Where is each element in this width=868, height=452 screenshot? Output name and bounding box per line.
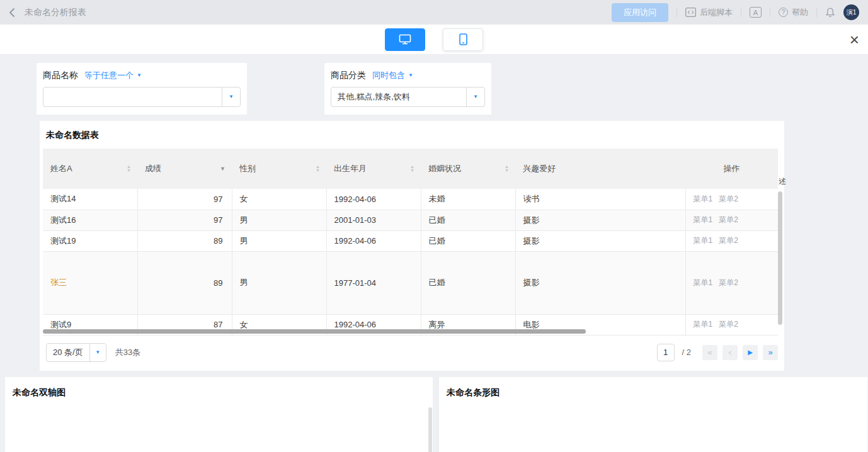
column-header-0[interactable]: 姓名A▲▼ [43,149,137,189]
cell-name: 测试16 [50,215,76,225]
sort-icon[interactable]: ▲▼ [505,165,509,172]
column-header-5: 兴趣爱好 [515,149,685,189]
row-action[interactable]: 菜单2 [719,215,738,224]
cell-hobby: 摄影 [523,236,540,246]
cell-gender: 男 [240,215,248,225]
table-scroll-area: 姓名A▲▼成绩▼性别▲▼出生年月▲▼婚姻状况▲▼兴趣爱好操作 测试1497女19… [43,149,778,336]
dual-axis-chart-card: 未命名双轴图 [5,377,433,452]
cell-name[interactable]: 张三 [50,278,67,287]
caret-down-icon: ▼ [95,350,100,355]
next-page-icon: ▶ [748,349,753,356]
cell-hobby: 电影 [523,320,540,329]
sort-desc-icon[interactable]: ▼ [220,166,226,172]
bell-icon[interactable] [825,7,835,18]
row-action[interactable]: 菜单2 [719,236,738,245]
filter-card-product-category: 商品分类 同时包含 ▼ 其他,糕点,辣条,饮料 ▼ [324,63,491,115]
column-label: 姓名A [50,163,72,174]
last-page-button[interactable]: » [763,345,778,360]
chart-scrollbar[interactable] [428,407,432,452]
cell-hobby: 读书 [523,194,540,203]
column-header-4[interactable]: 婚姻状况▲▼ [421,149,515,189]
cell-score: 97 [214,215,222,225]
mobile-view-button[interactable] [443,28,483,51]
filter-value-select[interactable]: ▼ [43,87,241,107]
divider [770,8,770,17]
top-header: 未命名分析报表 应用访问 后端脚本 A ? 帮助 演1 [0,0,868,25]
total-count: 共33条 [115,347,140,358]
cell-birth: 1992-04-06 [334,236,377,246]
header-actions: 应用访问 后端脚本 A ? 帮助 演1 [612,3,859,22]
cell-name: 测试9 [50,320,71,329]
close-icon[interactable]: × [850,31,859,48]
cell-name: 测试14 [50,194,76,203]
caret-down-icon: ▼ [473,94,478,99]
row-action[interactable]: 菜单1 [694,236,713,245]
language-icon[interactable]: A [750,7,762,18]
row-action[interactable]: 菜单2 [719,195,738,203]
bar-chart-card: 未命名条形图 [439,377,867,452]
table-body: 测试1497女1992-04-06未婚读书菜单1菜单2测试1697男2001-0… [43,189,778,335]
last-page-icon: » [768,348,772,356]
cell-gender: 男 [240,278,248,287]
help-label: 帮助 [792,7,808,18]
column-header-2[interactable]: 性别▲▼ [232,149,326,189]
filter-card-product-name: 商品名称 等于任意一个 ▼ ▼ [37,63,247,115]
row-action[interactable]: 菜单1 [694,278,713,287]
app-access-button[interactable]: 应用访问 [612,3,668,22]
avatar[interactable]: 演1 [843,4,859,20]
column-label: 成绩 [145,163,161,174]
table-row: 测试1497女1992-04-06未婚读书菜单1菜单2 [43,189,778,210]
cell-hobby: 摄影 [523,278,540,287]
cell-birth: 1977-01-04 [334,278,377,288]
filter-operator-dropdown[interactable]: 等于任意一个 ▼ [84,70,142,81]
table-row: 测试1989男1992-04-06已婚摄影菜单1菜单2 [43,230,778,251]
page-size-select[interactable]: 20 条/页 ▼ [46,343,106,362]
caret-down-icon: ▼ [408,73,413,78]
back-button[interactable] [9,8,15,18]
filter-label: 商品名称 [43,70,78,81]
backend-script-button[interactable]: 后端脚本 [685,7,733,18]
column-label: 操作 [724,163,740,174]
row-action[interactable]: 菜单2 [719,320,738,329]
preview-toolbar: × [0,25,868,55]
select-arrow-button[interactable]: ▼ [222,88,240,106]
vertical-scrollbar[interactable] [778,191,782,325]
row-action[interactable]: 菜单2 [719,278,738,287]
horizontal-scrollbar[interactable] [43,329,586,334]
column-label: 性别 [239,163,256,174]
sort-icon[interactable]: ▲▼ [127,165,131,172]
first-page-button[interactable]: « [702,345,717,360]
page-size-label: 20 条/页 [47,347,89,358]
row-action[interactable]: 菜单1 [694,215,713,224]
sort-icon[interactable]: ▲▼ [316,165,320,172]
cell-gender: 女 [240,320,248,329]
back-icon [9,8,15,18]
select-arrow-button[interactable]: ▼ [89,344,106,361]
cell-score: 89 [214,278,222,288]
cell-birth: 2001-01-03 [334,215,377,225]
cell-marital: 已婚 [429,278,445,287]
filter-operator-dropdown[interactable]: 同时包含 ▼ [372,70,413,81]
desktop-view-button[interactable] [385,28,425,51]
prev-page-button[interactable]: ‹ [722,345,738,360]
select-arrow-button[interactable]: ▼ [466,88,484,106]
desktop-icon [399,34,411,45]
row-action[interactable]: 菜单1 [694,195,713,203]
filter-operator-label: 同时包含 [372,70,405,81]
row-action[interactable]: 菜单1 [694,320,713,329]
next-page-button[interactable]: ▶ [743,345,758,360]
sort-icon[interactable]: ▲▼ [410,165,414,172]
column-header-3[interactable]: 出生年月▲▼ [326,149,421,189]
cell-score: 87 [214,320,222,329]
help-icon: ? [779,8,788,17]
page-nav-buttons: « ‹ ▶ » [702,345,778,360]
chart-title: 未命名双轴图 [5,377,433,409]
page-title: 未命名分析报表 [25,7,86,18]
page-input[interactable]: 1 [657,344,675,361]
filter-value: 其他,糕点,辣条,饮料 [331,91,466,103]
filter-value-select[interactable]: 其他,糕点,辣条,饮料 ▼ [331,87,485,107]
column-header-1[interactable]: 成绩▼ [137,149,232,189]
column-label: 兴趣爱好 [523,163,556,174]
help-button[interactable]: ? 帮助 [779,7,808,18]
mobile-icon [459,33,467,45]
